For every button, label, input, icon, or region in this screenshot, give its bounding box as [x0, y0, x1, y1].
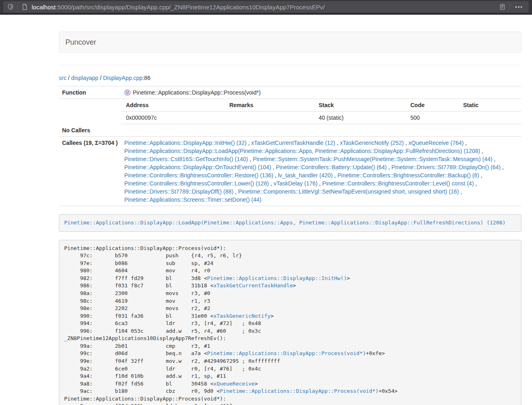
- breadcrumb: src / displayapp / DisplayApp.cpp:86: [59, 74, 521, 82]
- browser-toolbar: localhost:5000/path/src/displayapp/Displ…: [0, 0, 532, 15]
- breadcrumb-displayapp-link[interactable]: displayapp: [71, 75, 98, 81]
- column-remarks: Remarks: [224, 99, 314, 112]
- no-callers-label: No Callers: [59, 124, 121, 137]
- function-row: Function Pinetime::Applications::Display…: [59, 86, 521, 99]
- assembly-symbol-link[interactable]: xTaskGetCurrentTaskHandle: [213, 282, 293, 289]
- callee-link[interactable]: xTaskGetCurrentTaskHandle (12): [251, 140, 335, 146]
- page-icon[interactable]: [22, 4, 28, 10]
- ellipsis-menu-icon[interactable]: •••: [513, 4, 525, 10]
- callee-link[interactable]: Pinetime::Controllers::BrightnessControl…: [337, 172, 479, 179]
- url-host: localhost: [32, 4, 56, 11]
- symbol-details-table: Address Remarks Stack Code Static 0x0000…: [121, 99, 521, 124]
- remarks-value: [224, 112, 314, 124]
- assembly-symbol-link[interactable]: Pinetime::Applications::DisplayApp::Proc…: [207, 350, 366, 356]
- page-container: Puncover src / displayapp / DisplayApp.c…: [59, 32, 521, 405]
- brand-link[interactable]: Puncover: [65, 38, 96, 46]
- callee-link[interactable]: Pinetime::Controllers::BrightnessControl…: [124, 172, 273, 179]
- symbol-table: Function Pinetime::Applications::Display…: [59, 86, 521, 206]
- callee-link[interactable]: Pinetime::Drivers::St7789::DisplayOff() …: [124, 188, 233, 195]
- callee-link[interactable]: xTaskGenericNotify (252): [340, 140, 404, 146]
- assembly-symbol-link[interactable]: Pinetime::Applications::DisplayApp::Proc…: [220, 388, 379, 394]
- address-bar[interactable]: localhost:5000/path/src/displayapp/Displ…: [3, 1, 529, 13]
- callee-link[interactable]: Pinetime::Applications::Screens::Timer::…: [124, 196, 261, 203]
- breadcrumb-file-link[interactable]: DisplayApp.cpp: [103, 75, 142, 81]
- callee-link[interactable]: Pinetime::Applications::DisplayApp::Init…: [124, 140, 246, 146]
- code-size-value: 500: [405, 112, 458, 124]
- shield-icon[interactable]: [7, 4, 14, 10]
- reader-mode-icon[interactable]: [499, 4, 506, 10]
- table-row: 0x0000097c 40 (static) 500: [121, 112, 521, 124]
- no-callers-row: No Callers: [59, 124, 521, 137]
- toolbar-divider: [17, 3, 18, 11]
- column-static: Static: [458, 99, 521, 112]
- divider: [59, 65, 521, 65]
- column-stack: Stack: [314, 99, 405, 112]
- loadapp-symbol-link[interactable]: Pinetime::Applications::DisplayApp::Load…: [64, 220, 506, 226]
- static-value: [458, 112, 521, 124]
- breadcrumb-src-link[interactable]: src: [59, 75, 67, 81]
- assembly-symbol-link[interactable]: xTaskGenericNotify: [213, 313, 271, 319]
- callee-link[interactable]: Pinetime::Applications::DisplayApp::OnTo…: [124, 164, 271, 170]
- column-code: Code: [405, 99, 458, 112]
- callee-link[interactable]: lv_task_handler (420): [278, 172, 333, 179]
- callee-link[interactable]: Pinetime::Controllers::BrightnessControl…: [322, 180, 474, 187]
- callees-label: Callees (19, Σ=3704 ): [59, 137, 121, 206]
- cube-icon: [124, 89, 131, 96]
- address-value: 0x0000097c: [121, 112, 224, 124]
- function-name: Pinetime::Applications::DisplayApp::Proc…: [133, 88, 261, 97]
- function-label: Function: [59, 86, 121, 99]
- callees-row: Callees (19, Σ=3704 ) Pinetime::Applicat…: [59, 137, 521, 206]
- callees-list: Pinetime::Applications::DisplayApp::Init…: [121, 137, 521, 206]
- callee-link[interactable]: Pinetime::Controllers::Battery::Update()…: [276, 164, 387, 170]
- callee-link[interactable]: Pinetime::Controllers::BrightnessControl…: [124, 180, 269, 187]
- assembly-listing: Pinetime::Applications::DisplayApp::Proc…: [59, 240, 521, 405]
- loadapp-snippet-box: Pinetime::Applications::DisplayApp::Load…: [59, 214, 521, 232]
- assembly-symbol-link[interactable]: xQueueReceive: [213, 381, 255, 387]
- callee-link[interactable]: Pinetime::Applications::DisplayApp::Load…: [124, 148, 480, 154]
- assembly-symbol-link[interactable]: Pinetime::Applications::DisplayApp::Init…: [207, 275, 347, 281]
- stack-value: 40 (static): [314, 112, 405, 124]
- callee-link[interactable]: Pinetime::Drivers::Cst816S::GetTouchInfo…: [124, 156, 248, 162]
- breadcrumb-line-number: :86: [142, 75, 150, 81]
- callee-link[interactable]: vTaskDelay (176): [274, 180, 317, 187]
- callee-link[interactable]: xQueueReceive (764): [409, 140, 464, 146]
- callee-link[interactable]: Pinetime::System::SystemTask::PushMessag…: [253, 156, 493, 162]
- url-path: :5000/path/src/displayapp/DisplayApp.cpp…: [56, 4, 325, 11]
- toolbar-divider: [509, 3, 510, 11]
- column-address: Address: [121, 99, 224, 112]
- details-row: Address Remarks Stack Code Static 0x0000…: [59, 99, 521, 125]
- navbar: Puncover: [59, 32, 521, 53]
- url-text[interactable]: localhost:5000/path/src/displayapp/Displ…: [32, 4, 497, 11]
- callee-link[interactable]: Pinetime::Components::LittleVgl::SetNewT…: [238, 188, 459, 195]
- callee-link[interactable]: Pinetime::Drivers::St7789::DisplayOn() (…: [392, 164, 501, 170]
